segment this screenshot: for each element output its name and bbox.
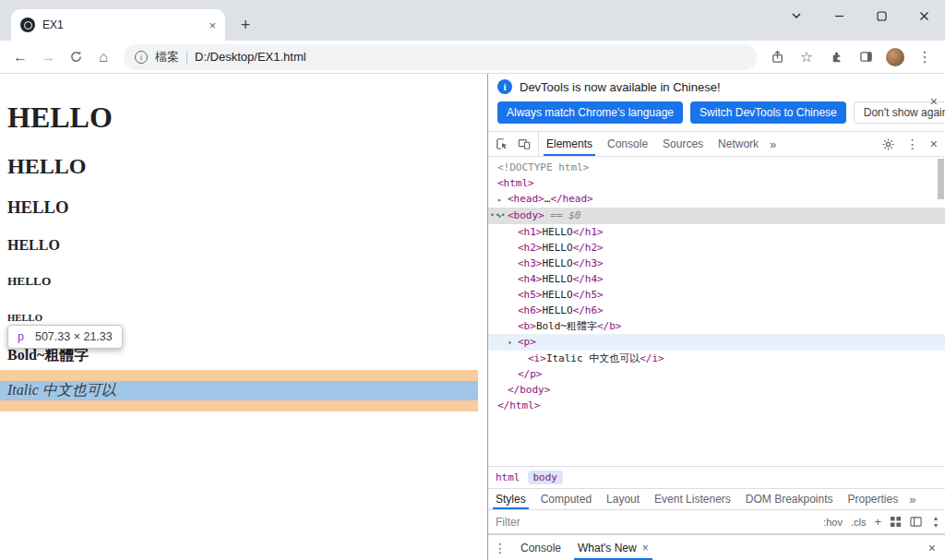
whats-new-close-icon[interactable]: ×	[642, 542, 649, 554]
computed-sidebar-toggle-icon[interactable]	[910, 516, 922, 528]
italic-text: Italic 中文也可以	[7, 381, 116, 400]
page-info-icon[interactable]: i	[135, 51, 148, 64]
banner-message: DevTools is now available in Chinese!	[520, 80, 721, 94]
code-token: </i>	[640, 352, 664, 364]
tab-layout[interactable]: Layout	[599, 489, 647, 509]
tree-row[interactable]: <h4>HELLO</h4>	[488, 271, 945, 287]
share-icon[interactable]	[764, 44, 790, 70]
code-token: <body>	[508, 209, 544, 221]
inspect-element-icon[interactable]	[496, 137, 508, 150]
code-token: HELLO	[543, 304, 573, 316]
side-panel-icon[interactable]	[853, 44, 879, 70]
more-tabs-icon[interactable]: »	[766, 132, 780, 156]
tab-computed[interactable]: Computed	[533, 489, 599, 509]
devtools-panel: i DevTools is now available in Chinese! …	[487, 74, 945, 560]
code-token: Italic 中文也可以	[546, 352, 640, 364]
tree-row[interactable]: ▾<p>	[488, 334, 945, 351]
tab-elements[interactable]: Elements	[539, 132, 600, 156]
tree-row[interactable]: <h5>HELLO</h5>	[488, 287, 945, 303]
expand-arrow-icon[interactable]: ▸	[497, 192, 508, 208]
expand-arrow-icon[interactable]: ▾	[508, 335, 518, 351]
tree-row[interactable]: <!DOCTYPE html>	[488, 160, 945, 175]
class-toggle[interactable]: .cls	[851, 517, 867, 528]
close-icon[interactable]: ×	[928, 541, 936, 555]
always-match-language-button[interactable]: Always match Chrome's language	[497, 101, 683, 124]
breadcrumb-body[interactable]: body	[528, 471, 564, 484]
tab-search-chevron-icon[interactable]	[775, 0, 818, 31]
drawer-tab-console[interactable]: Console	[512, 535, 569, 560]
tree-row[interactable]: <h6>HELLO</h6>	[488, 303, 945, 318]
reload-button[interactable]	[63, 44, 89, 70]
browser-menu-icon[interactable]: ⋮	[912, 44, 938, 70]
pseudo-state-toggle[interactable]: :hov	[823, 517, 843, 528]
banner-close-icon[interactable]: ×	[930, 94, 938, 109]
home-button[interactable]: ⌂	[90, 44, 116, 70]
new-style-rule-button[interactable]: +	[874, 515, 881, 529]
address-bar[interactable]: i 檔案 D:/Desktop/EX1.html	[124, 44, 757, 70]
tree-row[interactable]: <h1>HELLO</h1>	[488, 224, 945, 240]
tab-close-icon[interactable]: ×	[209, 18, 216, 32]
tab-sources[interactable]: Sources	[655, 132, 711, 156]
tree-row[interactable]: </p>	[488, 366, 945, 382]
styles-filter-controls: :hov .cls + ▴▾	[823, 515, 938, 530]
tree-row[interactable]: ▸<head>…</head>	[488, 191, 945, 208]
device-toolbar-icon[interactable]	[518, 137, 531, 150]
tab-properties[interactable]: Properties	[841, 489, 906, 509]
tree-row[interactable]: •••▾<body> == $0	[488, 208, 945, 224]
tree-row[interactable]: <b>Bold~粗體字</b>	[488, 318, 945, 334]
devtools-language-banner: i DevTools is now available in Chinese! …	[488, 74, 945, 132]
more-sidebar-tabs-icon[interactable]: »	[905, 489, 919, 509]
bookmark-star-icon[interactable]: ☆	[794, 44, 819, 70]
rendered-page: HELLO HELLO HELLO HELLO HELLO HELLO Bold…	[0, 74, 487, 560]
tab-network[interactable]: Network	[711, 132, 766, 156]
tree-row[interactable]: <h3>HELLO</h3>	[488, 256, 945, 271]
tab-event-listeners[interactable]: Event Listeners	[647, 489, 738, 509]
browser-tab[interactable]: EX1 ×	[11, 9, 225, 41]
tab-strip: EX1 × +	[0, 0, 945, 41]
extensions-puzzle-icon[interactable]	[823, 44, 849, 70]
drawer-tab-whats-new[interactable]: What's New ×	[569, 535, 657, 560]
devtools-tabs: Elements Console Sources Network »	[539, 132, 780, 156]
styles-filter-input[interactable]	[496, 516, 634, 529]
code-token: <i>	[528, 352, 546, 364]
devtools-close-icon[interactable]: ×	[930, 137, 938, 151]
switch-devtools-chinese-button[interactable]: Switch DevTools to Chinese	[690, 101, 846, 124]
devtools-toolbar: Elements Console Sources Network » ⋮ ×	[488, 132, 945, 157]
highlight-margin-top	[0, 370, 478, 381]
profile-avatar[interactable]	[882, 44, 908, 70]
element-breadcrumb: html body	[488, 466, 945, 488]
code-token: Bold~粗體字	[536, 320, 597, 332]
styles-scrollbar[interactable]: ▴▾	[934, 515, 938, 530]
close-window-button[interactable]	[903, 0, 945, 31]
back-button[interactable]: ←	[7, 44, 33, 70]
tree-row[interactable]: <i>Italic 中文也可以</i>	[488, 351, 945, 366]
rendering-options-icon[interactable]	[890, 516, 902, 528]
inspect-highlight: Italic 中文也可以	[0, 370, 478, 411]
drawer-menu-icon[interactable]: ⋮	[488, 535, 512, 560]
breadcrumb-html[interactable]: html	[496, 471, 520, 483]
tab-styles[interactable]: Styles	[488, 489, 533, 509]
forward-button[interactable]: →	[35, 44, 61, 70]
dom-tree-rows: <!DOCTYPE html><html>▸<head>…</head>•••▾…	[488, 160, 945, 413]
elements-scrollbar[interactable]	[938, 159, 944, 199]
devtools-drawer: ⋮ Console What's New × ×	[488, 534, 945, 560]
tree-row[interactable]: <html>	[488, 175, 945, 191]
avatar	[886, 48, 904, 66]
tree-row[interactable]: </body>	[488, 382, 945, 398]
styles-filter-row: :hov .cls + ▴▾	[488, 510, 945, 534]
new-tab-button[interactable]: +	[233, 12, 258, 38]
tab-dom-breakpoints[interactable]: DOM Breakpoints	[738, 489, 841, 509]
tree-row[interactable]: <h2>HELLO</h2>	[488, 240, 945, 256]
code-token: <head>	[508, 193, 544, 205]
settings-gear-icon[interactable]	[881, 137, 895, 151]
tab-console[interactable]: Console	[600, 132, 655, 156]
url-text: D:/Desktop/EX1.html	[195, 50, 306, 64]
code-token: <h2>	[518, 242, 543, 254]
tab-favicon-icon	[20, 18, 35, 32]
devtools-menu-icon[interactable]: ⋮	[906, 137, 919, 151]
tree-row[interactable]: </html>	[488, 398, 945, 413]
page-heading-h6: HELLO	[7, 312, 480, 323]
maximize-button[interactable]	[860, 0, 903, 31]
drawer-close-icon[interactable]: ×	[919, 535, 945, 560]
minimize-button[interactable]	[818, 0, 860, 31]
